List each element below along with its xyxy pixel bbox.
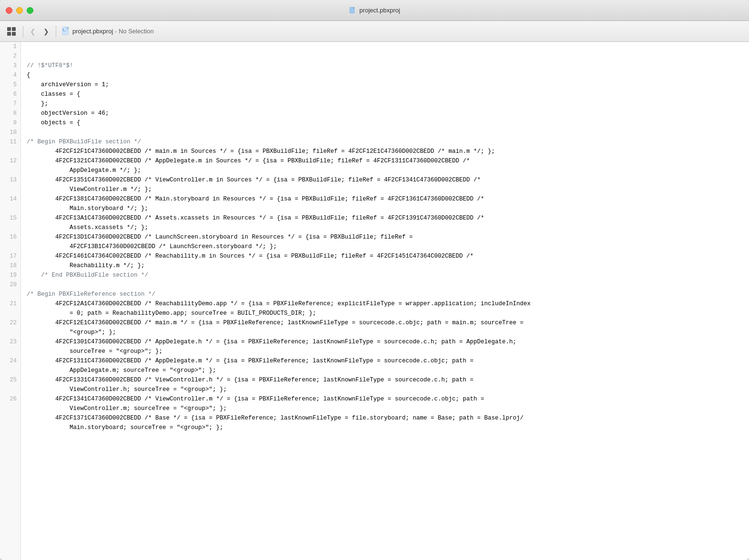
line-number: 18 [0, 261, 20, 270]
code-line: 4F2CF1331C47360D002CBEDD /* ViewControll… [27, 375, 743, 394]
code-area[interactable]: // !$*UTF8*$!{ archiveVersion = 1; class… [21, 42, 749, 560]
forward-icon: ❯ [43, 28, 49, 35]
line-number: 24 [0, 356, 20, 375]
back-button[interactable]: ❮ [27, 25, 39, 38]
window-title: project.pbxproj [349, 7, 400, 14]
line-numbers: 1234567891011121314151617181920212223242… [0, 42, 21, 560]
breadcrumb-filename: project.pbxproj [72, 28, 113, 35]
toolbar: ❮ ❯ project.pbxproj › No Selection [0, 21, 749, 42]
line-number: 6 [0, 90, 20, 99]
code-line: /* End PBXBuildFile section */ [27, 270, 743, 280]
close-button[interactable] [6, 7, 12, 14]
line-number: 23 [0, 337, 20, 356]
svg-rect-6 [63, 31, 66, 32]
line-number: 11 [0, 137, 20, 156]
code-line: 4F2CF1461C47364C002CBEDD /* Reachability… [27, 251, 743, 270]
toolbar-separator-1 [23, 26, 23, 37]
breadcrumb: project.pbxproj › No Selection [62, 27, 154, 36]
breadcrumb-file-icon [62, 27, 71, 36]
code-line: 4F2CF13A1C47360D002CBEDD /* Assets.xcass… [27, 213, 743, 232]
line-number: 5 [0, 80, 20, 90]
code-line: 4F2CF1371C47360D002CBEDD /* Base */ = {i… [27, 413, 743, 432]
code-line [27, 280, 743, 290]
minimize-button[interactable] [16, 7, 23, 14]
line-number: 26 [0, 394, 20, 413]
line-number: 14 [0, 194, 20, 213]
line-number: 22 [0, 318, 20, 337]
traffic-lights [6, 7, 33, 14]
code-line: 4F2CF13D1C47360D002CBEDD /* LaunchScreen… [27, 232, 743, 251]
code-line: 4F2CF12E1C47360D002CBEDD /* main.m */ = … [27, 318, 743, 337]
code-line: classes = { [27, 90, 743, 99]
line-number: 16 [0, 232, 20, 251]
toolbar-separator-2 [56, 26, 56, 37]
code-line: archiveVersion = 1; [27, 80, 743, 90]
code-content: // !$*UTF8*$!{ archiveVersion = 1; class… [21, 42, 749, 432]
code-line: /* Begin PBXFileReference section */ [27, 290, 743, 299]
window: project.pbxproj ❮ ❯ [0, 0, 749, 560]
line-number: 20 [0, 280, 20, 299]
code-line: { [27, 70, 743, 80]
code-line: 4F2CF1381C47360D002CBEDD /* Main.storybo… [27, 194, 743, 213]
code-line: 4F2CF12A1C47360D002CBEDD /* Reachability… [27, 299, 743, 318]
forward-button[interactable]: ❯ [40, 25, 52, 38]
svg-rect-5 [63, 30, 67, 31]
line-number: 4 [0, 70, 20, 80]
line-number: 10 [0, 128, 20, 137]
svg-rect-4 [63, 29, 64, 30]
code-line: 4F2CF1351C47360D002CBEDD /* ViewControll… [27, 175, 743, 194]
line-number: 3 [0, 61, 20, 70]
line-number: 15 [0, 213, 20, 232]
code-line: 4F2CF1321C47360D002CBEDD /* AppDelegate.… [27, 156, 743, 175]
breadcrumb-chevron: › [115, 29, 117, 34]
content-area: 1234567891011121314151617181920212223242… [0, 42, 749, 560]
maximize-button[interactable] [27, 7, 33, 14]
code-line: // !$*UTF8*$! [27, 61, 743, 70]
line-number: 25 [0, 375, 20, 394]
code-line: }; [27, 99, 743, 109]
line-number: 13 [0, 175, 20, 194]
grid-icon [7, 27, 16, 36]
code-line: 4F2CF1311C47360D002CBEDD /* AppDelegate.… [27, 356, 743, 375]
line-number: 17 [0, 251, 20, 261]
line-number: 7 [0, 99, 20, 109]
line-number: 19 [0, 270, 20, 280]
line-number: 21 [0, 299, 20, 318]
code-line: 4F2CF1341C47360D002CBEDD /* ViewControll… [27, 394, 743, 413]
grid-button[interactable] [4, 25, 19, 38]
code-line: /* Begin PBXBuildFile section */ [27, 137, 743, 147]
code-line [27, 128, 743, 137]
back-icon: ❮ [30, 28, 36, 35]
code-line: 4F2CF1301C47360D002CBEDD /* AppDelegate.… [27, 337, 743, 356]
line-number: 9 [0, 118, 20, 128]
code-line: 4F2CF12F1C47360D002CBEDD /* main.m in So… [27, 147, 743, 156]
title-text: project.pbxproj [359, 7, 400, 14]
line-number: 8 [0, 109, 20, 118]
file-icon [349, 7, 356, 14]
line-number: 12 [0, 156, 20, 175]
title-bar: project.pbxproj [0, 0, 749, 21]
line-number: 1 [0, 42, 20, 51]
code-line: objectVersion = 46; [27, 109, 743, 118]
code-line: objects = { [27, 118, 743, 128]
breadcrumb-no-selection: No Selection [119, 28, 154, 35]
line-number: 2 [0, 51, 20, 61]
